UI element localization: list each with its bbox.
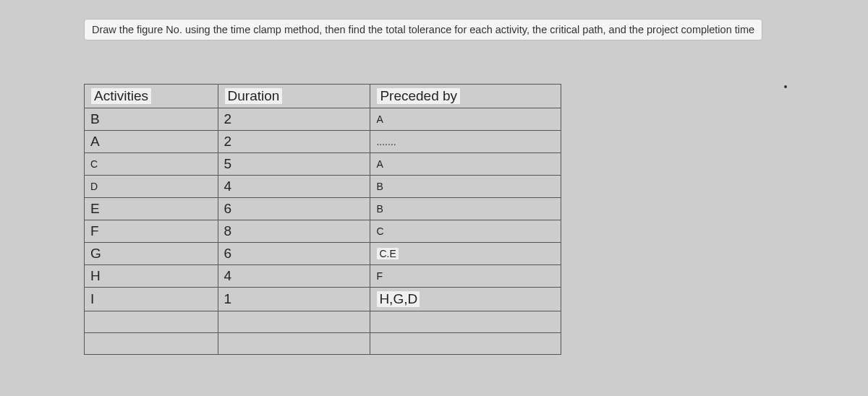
cell-duration: 2 xyxy=(218,131,370,153)
cell-preceded: A xyxy=(370,108,561,131)
cell-duration: 2 xyxy=(218,108,370,131)
cell-duration: 6 xyxy=(218,198,370,220)
activities-table: Activities Duration Preceded by B2AA2...… xyxy=(84,84,561,355)
table-row: F8C xyxy=(85,220,561,243)
cell-preceded: B xyxy=(370,198,561,220)
table-row: D4B xyxy=(85,176,561,198)
table-row: G6C.E xyxy=(85,243,561,265)
table-row: E6B xyxy=(85,198,561,220)
cell-preceded: ....... xyxy=(370,131,561,153)
cell-preceded xyxy=(370,333,561,355)
table-row xyxy=(85,333,561,355)
cell-duration: 4 xyxy=(218,176,370,198)
cell-duration xyxy=(218,333,370,355)
cell-activity: A xyxy=(85,131,218,153)
cell-duration xyxy=(218,311,370,333)
table-row: B2A xyxy=(85,108,561,131)
cell-preceded: C xyxy=(370,220,561,243)
cell-activity: B xyxy=(85,108,218,131)
cell-activity xyxy=(85,333,218,355)
cell-activity: G xyxy=(85,243,218,265)
table-row: A2....... xyxy=(85,131,561,153)
cell-preceded: H,G,D xyxy=(370,288,561,311)
table-header-row: Activities Duration Preceded by xyxy=(85,85,561,108)
cell-preceded xyxy=(370,311,561,333)
activities-table-container: Activities Duration Preceded by B2AA2...… xyxy=(84,84,561,355)
cell-preceded: B xyxy=(370,176,561,198)
cell-activity: F xyxy=(85,220,218,243)
decorative-dot xyxy=(784,85,787,88)
header-duration: Duration xyxy=(218,85,370,108)
prompt-text: Draw the figure No. using the time clamp… xyxy=(84,19,762,40)
cell-activity: I xyxy=(85,288,218,311)
cell-duration: 6 xyxy=(218,243,370,265)
header-preceded: Preceded by xyxy=(370,85,561,108)
cell-duration: 5 xyxy=(218,153,370,176)
cell-duration: 1 xyxy=(218,288,370,311)
cell-preceded: A xyxy=(370,153,561,176)
table-row: C5A xyxy=(85,153,561,176)
cell-activity xyxy=(85,311,218,333)
cell-activity: D xyxy=(85,176,218,198)
cell-preceded: F xyxy=(370,265,561,288)
cell-activity: C xyxy=(85,153,218,176)
table-row xyxy=(85,311,561,333)
table-row: H4F xyxy=(85,265,561,288)
cell-activity: H xyxy=(85,265,218,288)
header-activities: Activities xyxy=(85,85,218,108)
table-row: I1H,G,D xyxy=(85,288,561,311)
cell-preceded: C.E xyxy=(370,243,561,265)
cell-duration: 8 xyxy=(218,220,370,243)
cell-activity: E xyxy=(85,198,218,220)
cell-duration: 4 xyxy=(218,265,370,288)
